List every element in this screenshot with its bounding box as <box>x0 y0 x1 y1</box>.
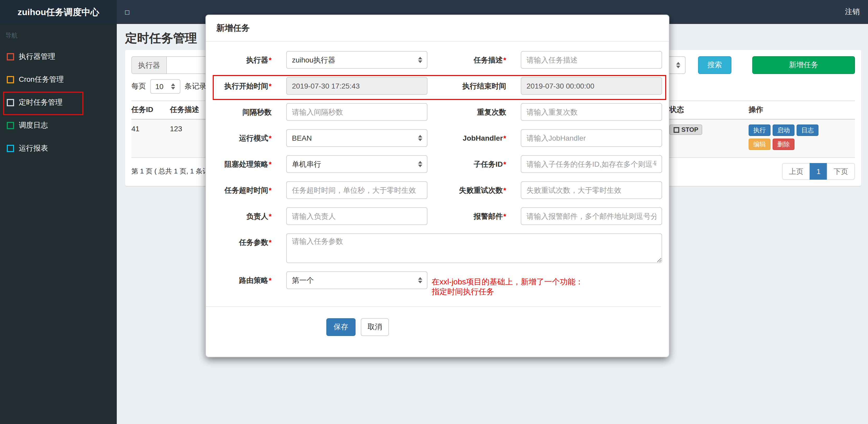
label-alarm-email: 报警邮件* <box>428 207 521 225</box>
form-row: 执行器* zuihou执行器 任务描述* <box>206 51 661 69</box>
chevron-updown-icon <box>418 161 422 167</box>
start-time-input[interactable] <box>286 77 428 95</box>
end-time-input[interactable] <box>521 77 662 95</box>
form-row: 负责人* 报警邮件* <box>206 207 661 225</box>
form-row-route: 路由策略* 第一个 在xxl-jobs项目的基础上，新增了一个功能： 指定时间执… <box>206 271 661 296</box>
save-button[interactable]: 保存 <box>327 318 355 336</box>
feature-note-line1: 在xxl-jobs项目的基础上，新增了一个功能： <box>432 276 662 287</box>
run-mode-select-value: BEAN <box>292 134 312 142</box>
repeat-count-input[interactable] <box>521 103 662 121</box>
feature-note-line2: 指定时间执行任务 <box>432 287 662 296</box>
child-job-id-input[interactable] <box>521 155 662 173</box>
form-row: 任务超时时间* 失败重试次数* <box>206 181 661 199</box>
form-row-time: 执行开始时间* 执行结束时间 <box>206 77 661 95</box>
alarm-email-input[interactable] <box>521 207 662 225</box>
modal-body: 执行器* zuihou执行器 任务描述* 执行开始时间* 执行结束时间 <box>206 42 669 336</box>
add-task-modal: 新增任务 执行器* zuihou执行器 任务描述* 执行开始时间 <box>206 14 670 357</box>
form-row-job-param: 任务参数* <box>206 233 661 263</box>
modal-title: 新增任务 <box>216 24 250 32</box>
label-interval: 间隔秒数 <box>206 103 286 121</box>
feature-note: 在xxl-jobs项目的基础上，新增了一个功能： 指定时间执行任务 <box>428 271 662 296</box>
form-row: 阻塞处理策略* 单机串行 子任务ID* <box>206 155 661 173</box>
label-fail-retry: 失败重试次数* <box>428 181 521 199</box>
label-jobhandler: JobHandler* <box>428 129 521 147</box>
label-owner: 负责人* <box>206 207 286 225</box>
timeout-input[interactable] <box>286 181 428 199</box>
run-mode-select[interactable]: BEAN <box>286 129 428 147</box>
cancel-button[interactable]: 取消 <box>361 318 389 336</box>
modal-overlay: 新增任务 执行器* zuihou执行器 任务描述* 执行开始时间 <box>0 0 868 424</box>
block-strategy-select-value: 单机串行 <box>292 160 321 168</box>
route-strategy-select[interactable]: 第一个 <box>286 271 428 289</box>
label-repeat-count: 重复次数 <box>428 103 521 121</box>
owner-input[interactable] <box>286 207 428 225</box>
label-job-param: 任务参数* <box>206 233 286 263</box>
chevron-updown-icon <box>418 277 422 283</box>
label-executor: 执行器* <box>206 51 286 69</box>
chevron-updown-icon <box>418 57 422 63</box>
label-run-mode: 运行模式* <box>206 129 286 147</box>
label-block-strategy: 阻塞处理策略* <box>206 155 286 173</box>
executor-select[interactable]: zuihou执行器 <box>286 51 428 69</box>
job-param-textarea[interactable] <box>286 233 662 263</box>
label-end-time: 执行结束时间 <box>428 77 521 95</box>
app-root: zuihou任务调度中心 □ 注销 导航 执行器管理 Cron任务管理 定时任务… <box>0 0 868 424</box>
modal-header: 新增任务 <box>206 15 669 42</box>
chevron-updown-icon <box>418 135 422 141</box>
label-route-strategy: 路由策略* <box>206 271 286 296</box>
block-strategy-select[interactable]: 单机串行 <box>286 155 428 173</box>
label-job-desc: 任务描述* <box>428 51 521 69</box>
job-desc-input[interactable] <box>521 51 662 69</box>
executor-select-value: zuihou执行器 <box>292 56 336 64</box>
jobhandler-input[interactable] <box>521 129 662 147</box>
label-start-time: 执行开始时间* <box>206 77 286 95</box>
label-timeout: 任务超时时间* <box>206 181 286 199</box>
route-strategy-select-value: 第一个 <box>292 276 314 284</box>
fail-retry-input[interactable] <box>521 181 662 199</box>
form-row: 间隔秒数 重复次数 <box>206 103 661 121</box>
label-child-job-id: 子任务ID* <box>428 155 521 173</box>
modal-footer: 保存 取消 <box>206 306 661 336</box>
form-row: 运行模式* BEAN JobHandler* <box>206 129 661 147</box>
interval-input[interactable] <box>286 103 428 121</box>
